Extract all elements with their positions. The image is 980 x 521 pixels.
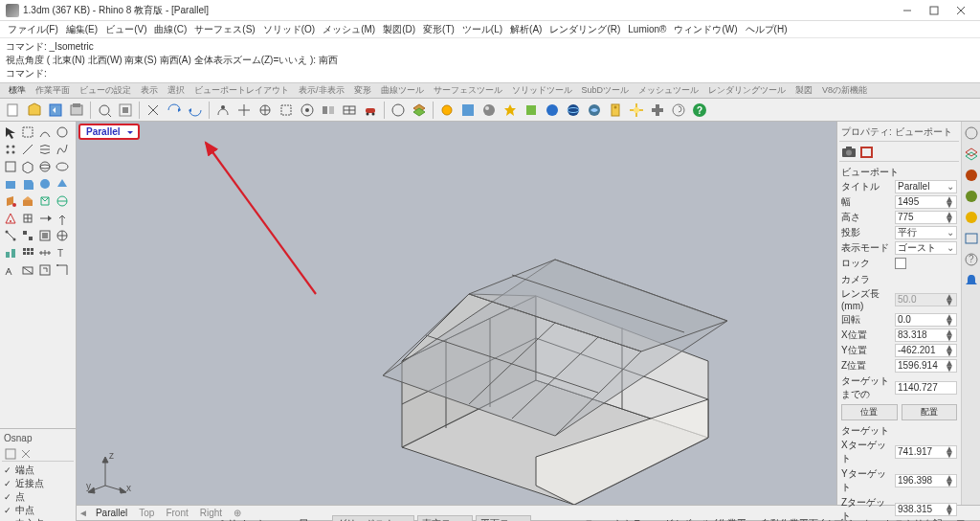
toolbar-tab[interactable]: 標準 bbox=[4, 84, 31, 97]
toolbar-tab[interactable]: レンダリングツール bbox=[703, 84, 791, 97]
layers-tab-icon[interactable] bbox=[964, 147, 979, 162]
material-tab-icon[interactable] bbox=[859, 146, 875, 159]
toolbar-tab[interactable]: ソリッドツール bbox=[507, 84, 577, 97]
tool-button[interactable] bbox=[36, 227, 54, 244]
toolbar-button[interactable] bbox=[648, 101, 667, 120]
toolbar-button[interactable] bbox=[606, 101, 625, 120]
tool-button[interactable] bbox=[54, 175, 71, 193]
tool-button[interactable] bbox=[19, 244, 36, 261]
toolbar-button[interactable] bbox=[116, 101, 135, 120]
tool-button[interactable] bbox=[36, 193, 54, 210]
toolbar-button[interactable] bbox=[585, 101, 604, 120]
toolbar-button[interactable]: ? bbox=[690, 101, 709, 120]
tool-button[interactable] bbox=[54, 124, 71, 141]
menu-item[interactable]: サーフェス(S) bbox=[190, 23, 258, 36]
tool-button[interactable] bbox=[36, 175, 54, 193]
prop-value[interactable]: -462.201▲▼ bbox=[895, 344, 957, 357]
toolbar-button[interactable] bbox=[437, 101, 457, 120]
tool-button[interactable] bbox=[36, 261, 54, 279]
tool-button[interactable] bbox=[19, 210, 36, 227]
toolbar-button[interactable] bbox=[410, 101, 429, 120]
tool-button[interactable] bbox=[36, 244, 54, 261]
menu-item[interactable]: ビュー(V) bbox=[101, 23, 150, 36]
prop-value[interactable]: ゴースト⌄ bbox=[895, 241, 957, 255]
toolbar-button[interactable] bbox=[669, 101, 688, 120]
status-toggle[interactable]: 平面モード bbox=[476, 515, 531, 522]
toolbar-button[interactable] bbox=[319, 101, 338, 120]
menu-item[interactable]: メッシュ(M) bbox=[319, 23, 379, 36]
toolbar-button[interactable] bbox=[627, 101, 646, 120]
notification-tab-icon[interactable] bbox=[964, 273, 979, 288]
toolbar-button[interactable] bbox=[543, 101, 562, 120]
toolbar-button[interactable] bbox=[95, 101, 114, 120]
prop-value[interactable]: 平行⌄ bbox=[895, 226, 957, 239]
tool-button[interactable] bbox=[54, 158, 71, 175]
display-tab-icon[interactable] bbox=[964, 231, 979, 246]
tool-button[interactable] bbox=[2, 227, 19, 244]
menu-item[interactable]: 製図(D) bbox=[379, 23, 419, 36]
help-tab-icon[interactable]: ? bbox=[964, 252, 979, 267]
toolbar-button[interactable] bbox=[479, 101, 499, 120]
tool-button[interactable] bbox=[2, 158, 19, 175]
tool-button[interactable] bbox=[36, 141, 54, 158]
tool-button[interactable] bbox=[2, 141, 19, 158]
toolbar-tab[interactable]: 製図 bbox=[791, 84, 817, 97]
tool-button[interactable] bbox=[2, 124, 19, 141]
tool-button[interactable] bbox=[2, 244, 19, 261]
tool-button[interactable] bbox=[36, 210, 54, 227]
toolbar-tab[interactable]: ビューの設定 bbox=[75, 84, 136, 97]
menu-item[interactable]: 編集(E) bbox=[62, 23, 101, 36]
tool-button[interactable] bbox=[54, 193, 71, 210]
prop-checkbox[interactable] bbox=[895, 258, 906, 269]
view-tab[interactable]: Front bbox=[160, 508, 193, 518]
prop-value[interactable]: 0.0▲▼ bbox=[895, 313, 957, 327]
prop-button[interactable]: 位置 bbox=[841, 404, 898, 420]
tool-button[interactable] bbox=[19, 141, 36, 158]
toolbar-button[interactable] bbox=[213, 101, 233, 120]
prop-value[interactable]: 196.398▲▼ bbox=[895, 474, 957, 487]
menu-item[interactable]: ヘルプ(H) bbox=[742, 23, 791, 36]
osnap-filter-icon[interactable] bbox=[4, 447, 17, 461]
materials-tab-icon[interactable] bbox=[964, 189, 979, 204]
minimize-button[interactable] bbox=[894, 3, 921, 18]
lights-tab-icon[interactable] bbox=[964, 210, 979, 225]
tool-button[interactable] bbox=[54, 210, 71, 227]
view-tab[interactable]: Top bbox=[133, 508, 160, 518]
tool-button[interactable] bbox=[2, 261, 19, 279]
toolbar-button[interactable] bbox=[340, 101, 359, 120]
menu-item[interactable]: ソリッド(O) bbox=[259, 23, 319, 36]
osnap-item[interactable]: 点 bbox=[2, 490, 74, 504]
status-layer[interactable]: 屋根 bbox=[299, 517, 317, 522]
toolbar-button[interactable] bbox=[25, 101, 44, 120]
camera-tab-icon[interactable] bbox=[841, 146, 857, 159]
toolbar-tab[interactable]: メッシュツール bbox=[634, 84, 703, 97]
toolbar-tab[interactable]: V8の新機能 bbox=[817, 84, 872, 97]
tool-button[interactable] bbox=[2, 193, 19, 210]
prop-value[interactable]: 938.315▲▼ bbox=[895, 503, 957, 516]
tool-button[interactable] bbox=[54, 141, 71, 158]
toolbar-button[interactable] bbox=[144, 101, 163, 120]
status-toggle[interactable]: 直交モード bbox=[417, 515, 473, 522]
osnap-item[interactable]: 中点 bbox=[2, 504, 74, 517]
tool-button[interactable] bbox=[19, 193, 36, 210]
viewport[interactable]: Parallel bbox=[77, 122, 836, 505]
toolbar-button[interactable] bbox=[501, 101, 520, 120]
toolbar-button[interactable] bbox=[186, 101, 205, 120]
toolbar-button[interactable] bbox=[234, 101, 254, 120]
render-tab-icon[interactable] bbox=[964, 168, 979, 183]
prop-value[interactable]: 741.917▲▼ bbox=[895, 445, 957, 459]
osnap-item[interactable]: 端点 bbox=[2, 464, 74, 477]
properties-tab-icon[interactable] bbox=[964, 125, 979, 141]
menu-item[interactable]: 曲線(C) bbox=[150, 23, 190, 36]
menu-item[interactable]: 変形(T) bbox=[419, 23, 458, 36]
menu-item[interactable]: ツール(L) bbox=[458, 23, 506, 36]
toolbar-button[interactable] bbox=[564, 101, 583, 120]
status-toggle[interactable]: グリッドスナップ bbox=[332, 515, 415, 522]
tool-button[interactable] bbox=[54, 261, 71, 279]
prop-value[interactable]: Parallel⌄ bbox=[895, 180, 957, 193]
tool-button[interactable] bbox=[36, 124, 54, 141]
tool-button[interactable]: T bbox=[54, 244, 71, 261]
close-button[interactable] bbox=[947, 3, 974, 18]
toolbar-tab[interactable]: 選択 bbox=[163, 84, 189, 97]
toolbar-button[interactable] bbox=[67, 101, 86, 120]
